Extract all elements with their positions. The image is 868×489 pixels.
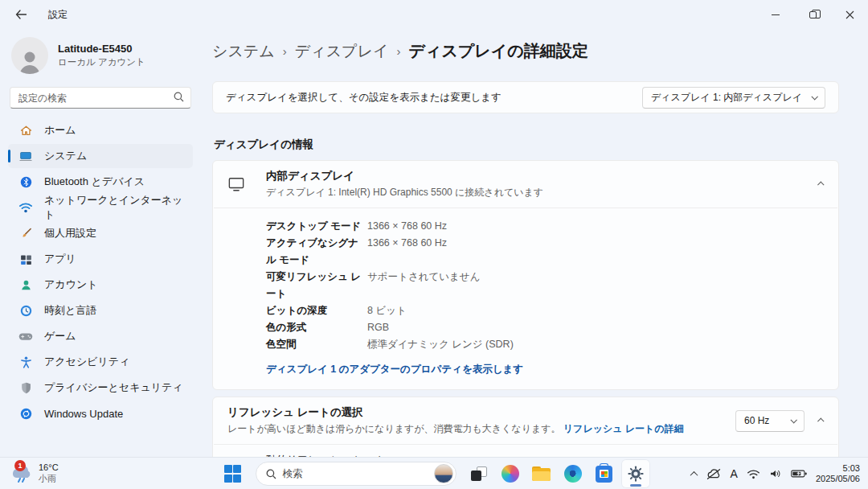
copilot-button[interactable]	[497, 460, 524, 487]
sidebar-item-label: システム	[44, 149, 87, 163]
clock-icon	[18, 303, 33, 318]
windows-logo-icon	[224, 465, 242, 483]
ime-indicator[interactable]: A	[731, 467, 738, 480]
tray-date: 2025/05/06	[816, 474, 860, 484]
minimize-button[interactable]	[757, 0, 794, 29]
detail-row-variable-refresh: 可変リフレッシュ レート サポートされていません	[266, 269, 825, 302]
detail-row-active-signal-mode: アクティブなシグナル モード 1366 × 768 60 Hz	[266, 235, 825, 269]
restore-button[interactable]	[794, 0, 831, 29]
titlebar: 設定	[0, 0, 868, 29]
display-select-card: ディスプレイを選択して、その設定を表示または変更します ディスプレイ 1: 内部…	[212, 81, 839, 113]
refresh-rate-dropdown[interactable]: 60 Hz	[735, 410, 805, 432]
monitor-icon	[227, 175, 245, 193]
refresh-rate-subtitle: レートが高いほど動きは滑らかになりますが、消費電力も大きくなります。 リフレッシ…	[227, 422, 684, 436]
sidebar-item-accounts[interactable]: アカウント	[8, 273, 193, 297]
display-info-card: 内部ディスプレイ ディスプレイ 1: Intel(R) HD Graphics …	[212, 160, 839, 390]
refresh-rate-subtitle-text: レートが高いほど動きは滑らかになりますが、消費電力も大きくなります。	[227, 423, 560, 434]
detail-value: RGB	[367, 319, 825, 336]
display-select-value: ディスプレイ 1: 内部ディスプレイ	[651, 91, 802, 105]
settings-search-input[interactable]	[10, 87, 191, 109]
onedrive-paused-icon[interactable]	[706, 468, 722, 480]
display-info-title: 内部ディスプレイ	[266, 169, 543, 183]
adapter-properties-link[interactable]: ディスプレイ 1 のアダプターのプロパティを表示します	[213, 356, 838, 389]
sidebar-item-gaming[interactable]: ゲーム	[8, 324, 193, 348]
sidebar-item-personalization[interactable]: 個人用設定	[8, 221, 193, 245]
gamepad-icon	[18, 329, 33, 343]
detail-value: 1366 × 768 60 Hz	[367, 218, 825, 235]
refresh-rate-learn-link[interactable]: リフレッシュ レートの詳細	[563, 423, 684, 434]
sidebar-item-windows-update[interactable]: Windows Update	[8, 401, 193, 425]
sidebar-item-home[interactable]: ホーム	[8, 118, 193, 142]
tray-chevron-up-icon[interactable]	[690, 471, 698, 479]
avatar	[11, 37, 48, 74]
sidebar-item-label: 個人用設定	[44, 226, 96, 240]
sidebar-item-label: アクセシビリティ	[44, 355, 129, 369]
sidebar-item-label: アプリ	[44, 252, 76, 266]
dynamic-refresh-row: 動的リフレッシュ レート 電力を節約するために、Windows では、上記の選択…	[213, 445, 838, 457]
taskbar-search[interactable]: 検索	[256, 462, 457, 486]
settings-search	[10, 87, 191, 109]
display-select-dropdown[interactable]: ディスプレイ 1: 内部ディスプレイ	[642, 87, 825, 109]
sidebar-item-network-internet[interactable]: ネットワークとインターネット	[8, 195, 193, 220]
refresh-rate-value: 60 Hz	[744, 415, 781, 426]
detail-value: 8 ビット	[367, 302, 825, 319]
accessibility-icon	[18, 355, 33, 369]
chevron-up-icon[interactable]	[817, 181, 824, 187]
breadcrumb-system[interactable]: システム	[212, 41, 275, 62]
store-icon	[596, 466, 612, 483]
account-icon	[18, 277, 33, 292]
system-tray: A 5:03 2025/05/06	[691, 458, 863, 489]
sidebar-item-apps[interactable]: アプリ	[8, 247, 193, 271]
task-view-button[interactable]	[465, 460, 493, 487]
display-detail-rows: デスクトップ モード 1366 × 768 60 Hz アクティブなシグナル モ…	[213, 208, 838, 356]
file-explorer-button[interactable]	[528, 460, 555, 487]
volume-icon[interactable]	[769, 468, 782, 479]
detail-row-color-space: 色空間 標準ダイナミック レンジ (SDR)	[266, 336, 825, 353]
folder-icon	[532, 466, 551, 481]
sidebar-item-privacy-security[interactable]: プライバシーとセキュリティ	[8, 376, 193, 400]
minimize-icon	[772, 14, 780, 15]
close-icon	[845, 10, 854, 19]
display-info-header[interactable]: 内部ディスプレイ ディスプレイ 1: Intel(R) HD Graphics …	[213, 161, 838, 208]
arrow-left-icon	[15, 10, 27, 19]
edge-icon	[564, 465, 582, 483]
tray-time: 5:03	[816, 463, 860, 474]
clock[interactable]: 5:03 2025/05/06	[816, 463, 863, 484]
restore-icon	[809, 11, 817, 18]
breadcrumb-display[interactable]: ディスプレイ	[295, 41, 389, 62]
display-select-text: ディスプレイを選択して、その設定を表示または変更します	[226, 91, 502, 105]
microsoft-store-button[interactable]	[591, 460, 618, 487]
person-icon	[16, 48, 43, 74]
sync-icon	[18, 406, 33, 421]
sidebar-item-bluetooth-devices[interactable]: Bluetooth とデバイス	[8, 170, 193, 194]
refresh-rate-card: リフレッシュ レートの選択 レートが高いほど動きは滑らかになりますが、消費電力も…	[212, 397, 839, 457]
brush-icon	[18, 226, 33, 240]
user-type: ローカル アカウント	[58, 56, 145, 68]
sidebar-item-label: アカウント	[44, 277, 98, 292]
detail-value: サポートされていません	[367, 269, 825, 302]
user-account[interactable]: Latitude-E5450 ローカル アカウント	[11, 37, 193, 74]
back-button[interactable]	[5, 2, 37, 27]
shield-icon	[18, 380, 33, 395]
sidebar-item-system[interactable]: システム	[8, 144, 193, 168]
sidebar-item-time-language[interactable]: 時刻と言語	[8, 298, 193, 323]
start-button[interactable]	[219, 460, 247, 487]
taskbar: 1 16°C 小雨 検索	[0, 457, 868, 489]
system-icon	[18, 149, 33, 163]
main-content: システム › ディスプレイ › ディスプレイの詳細設定 ディスプレイを選択して、…	[201, 29, 868, 457]
settings-taskbar-button[interactable]	[622, 460, 649, 487]
sidebar: Latitude-E5450 ローカル アカウント ホーム システム Bluet…	[0, 29, 201, 457]
section-title-display-info: ディスプレイの情報	[214, 138, 839, 152]
bluetooth-icon	[18, 175, 33, 189]
chevron-up-icon[interactable]	[817, 417, 824, 424]
taskbar-search-text: 検索	[283, 467, 428, 481]
sidebar-item-accessibility[interactable]: アクセシビリティ	[8, 350, 193, 374]
breadcrumb-separator: ›	[283, 44, 287, 58]
tray-wifi-icon[interactable]	[747, 469, 760, 479]
search-highlight-avatar	[434, 464, 453, 483]
detail-row-desktop-mode: デスクトップ モード 1366 × 768 60 Hz	[266, 218, 825, 235]
close-button[interactable]	[831, 0, 868, 29]
battery-charging-icon[interactable]	[791, 469, 807, 479]
edge-button[interactable]	[559, 460, 587, 487]
refresh-rate-title: リフレッシュ レートの選択	[227, 405, 684, 420]
